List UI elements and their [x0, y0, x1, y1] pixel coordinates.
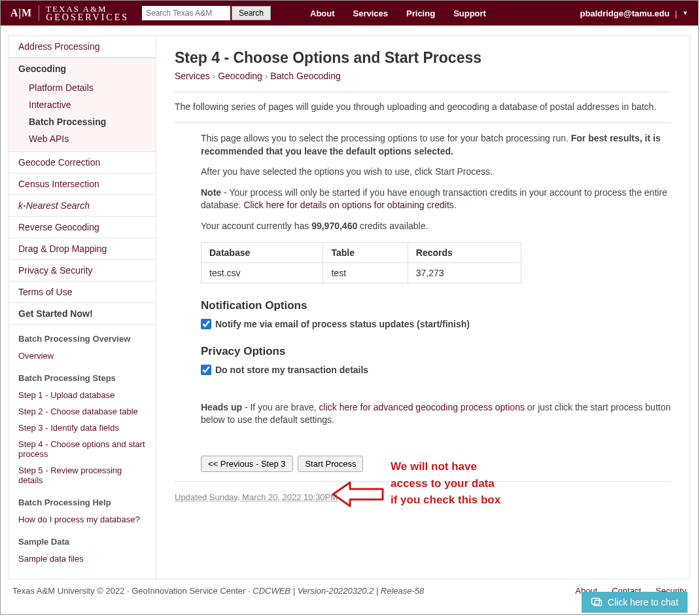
nav-pricing[interactable]: Pricing — [406, 9, 435, 18]
privacy-options-heading: Privacy Options — [201, 345, 671, 358]
search-input[interactable] — [142, 6, 230, 20]
sidebar-link-step4[interactable]: Step 4 - Choose options and start proces… — [9, 436, 156, 462]
sidebar-item-terms[interactable]: Terms of Use — [9, 281, 156, 302]
nav-services[interactable]: Services — [353, 9, 389, 18]
chat-icon — [591, 596, 603, 608]
intro-text: The following series of pages will guide… — [175, 101, 671, 112]
svg-rect-1 — [591, 598, 599, 604]
sidebar-subitem-platform-details[interactable]: Platform Details — [9, 79, 156, 96]
sidebar: Address Processing Geocoding Platform De… — [9, 35, 156, 579]
database-table: Database Table Records test.csv test 37,… — [201, 242, 521, 283]
chat-widget[interactable]: Click here to chat — [582, 592, 688, 613]
svg-marker-0 — [333, 482, 383, 506]
nav-about[interactable]: About — [310, 9, 335, 18]
do-not-store-label: Do not store my transaction details — [215, 365, 368, 375]
credits-note: Note - Your process will only be started… — [201, 187, 671, 212]
table-row: test.csv test 37,273 — [201, 263, 521, 283]
user-menu[interactable]: pbaldridge@tamu.edu | ▼ — [580, 9, 688, 18]
sidebar-group-steps-title: Batch Processing Steps — [9, 364, 156, 387]
sidebar-group-help-title: Batch Processing Help — [9, 488, 156, 511]
svg-rect-2 — [595, 600, 602, 606]
td-records: 37,273 — [408, 263, 521, 283]
sidebar-subitem-batch-processing[interactable]: Batch Processing — [9, 113, 156, 130]
table-header-row: Database Table Records — [201, 242, 521, 263]
search-button[interactable]: Search — [232, 6, 271, 20]
annotation-arrow-icon — [332, 480, 384, 509]
do-not-store-checkbox[interactable] — [201, 365, 211, 375]
nav-support[interactable]: Support — [453, 9, 486, 18]
annotation-text: We will not have access to your data if … — [391, 458, 500, 509]
page-title: Step 4 - Choose Options and Start Proces… — [175, 49, 671, 67]
user-email: pbaldridge@tamu.edu — [580, 9, 670, 18]
sidebar-link-overview[interactable]: Overview — [9, 348, 156, 364]
th-database: Database — [201, 242, 323, 263]
sidebar-item-privacy-security[interactable]: Privacy & Security — [9, 260, 156, 281]
breadcrumb-services[interactable]: Services — [175, 71, 210, 81]
notify-email-checkbox[interactable] — [201, 319, 211, 329]
sidebar-link-howto[interactable]: How do I process my database? — [9, 511, 156, 528]
chat-label: Click here to chat — [608, 597, 678, 607]
th-records: Records — [408, 242, 521, 263]
credits-options-link[interactable]: Click here for details on options for ob… — [243, 200, 453, 210]
logo-text: TEXAS A&M GEOSERVICES — [46, 5, 129, 22]
td-database: test.csv — [201, 263, 323, 283]
sidebar-item-drag-drop[interactable]: Drag & Drop Mapping — [9, 238, 156, 259]
sidebar-item-census-intersection[interactable]: Census Intersection — [9, 173, 156, 194]
sidebar-group-sample-title: Sample Data — [9, 528, 156, 551]
credits-available: Your account currently has 99,970,460 cr… — [201, 220, 671, 233]
advanced-options-link[interactable]: click here for advanced geocoding proces… — [319, 402, 525, 412]
logo-divider — [39, 5, 39, 21]
previous-step-button[interactable]: << Previous - Step 3 — [201, 456, 293, 472]
sidebar-item-geocoding[interactable]: Geocoding — [9, 58, 156, 79]
headsup-text: Heads up - If you are brave, click here … — [201, 401, 671, 427]
sidebar-group-overview-title: Batch Processing Overview — [9, 325, 156, 348]
chevron-down-icon: ▼ — [682, 10, 688, 16]
sidebar-subitem-interactive[interactable]: Interactive — [9, 96, 156, 113]
site-logo[interactable]: A|M TEXAS A&M GEOSERVICES — [10, 5, 129, 22]
notification-options-heading: Notification Options — [201, 299, 671, 312]
sidebar-item-knearest[interactable]: k-Nearest Search — [9, 195, 156, 216]
sidebar-item-reverse-geocoding[interactable]: Reverse Geocoding — [9, 217, 156, 238]
top-nav: About Services Pricing Support — [310, 9, 486, 18]
td-table: test — [323, 263, 408, 283]
options-description: This page allows you to select the proce… — [201, 132, 671, 158]
logo-atm-icon: A|M — [10, 7, 32, 19]
notify-email-label: Notify me via email of process status up… — [215, 319, 470, 329]
sidebar-link-step1[interactable]: Step 1 - Upload database — [9, 387, 156, 403]
sidebar-subitem-web-apis[interactable]: Web APIs — [9, 130, 156, 147]
th-table: Table — [323, 242, 408, 263]
sidebar-link-step2[interactable]: Step 2 - Choose database table — [9, 403, 156, 420]
site-header: A|M TEXAS A&M GEOSERVICES Search About S… — [1, 1, 698, 26]
footer-left: Texas A&M University © 2022 · GeoInnovat… — [12, 586, 424, 596]
sidebar-item-get-started[interactable]: Get Started Now! — [9, 303, 156, 324]
main-content: Step 4 - Choose Options and Start Proces… — [156, 35, 690, 579]
sidebar-item-address-processing[interactable]: Address Processing — [9, 36, 156, 57]
sidebar-link-step5[interactable]: Step 5 - Review processing details — [9, 462, 156, 488]
start-instruction: After you have selected the options you … — [201, 166, 671, 179]
start-process-button[interactable]: Start Process — [298, 456, 363, 472]
search-form: Search — [142, 6, 271, 20]
breadcrumb-geocoding[interactable]: Geocoding — [218, 71, 262, 81]
breadcrumb-batch[interactable]: Batch Geocoding — [270, 71, 340, 81]
sidebar-item-geocode-correction[interactable]: Geocode Correction — [9, 152, 156, 173]
sidebar-link-sample-files[interactable]: Sample data files — [9, 551, 156, 567]
breadcrumb: Services › Geocoding › Batch Geocoding — [175, 71, 671, 81]
sidebar-link-step3[interactable]: Step 3 - Identify data fields — [9, 420, 156, 436]
